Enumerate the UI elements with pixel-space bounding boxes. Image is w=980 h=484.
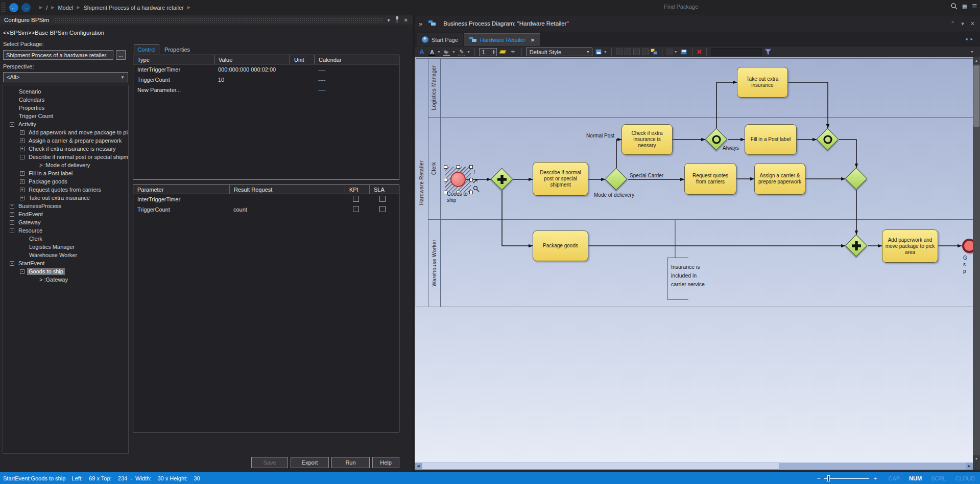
selection-handle[interactable] [444, 178, 447, 181]
close-icon[interactable]: ✕ [970, 20, 975, 27]
package-input[interactable] [3, 50, 113, 60]
tree-collapse-icon[interactable]: - [10, 228, 14, 233]
filter-funnel-icon[interactable] [764, 48, 772, 56]
tree-item[interactable]: Trigger Count [3, 112, 128, 120]
column-header[interactable]: Value [214, 55, 290, 64]
breadcrumb-root[interactable]: / [46, 5, 47, 11]
bpmn-task-takeout[interactable]: Take out extra insurance [737, 67, 788, 98]
checkbox[interactable] [379, 196, 386, 202]
tree-item[interactable]: -Describe if normal post or special ship… [3, 153, 128, 161]
tree-item[interactable]: Logistics Manager [3, 243, 128, 251]
selection-handle[interactable] [457, 165, 460, 169]
column-header[interactable]: KPI [345, 185, 369, 194]
close-tab-icon[interactable]: ✕ [531, 37, 535, 43]
browse-package-button[interactable]: ... [116, 50, 126, 60]
bpmn-task-assign[interactable]: Assign a carrier & prepare paperwork [754, 163, 805, 195]
tree-item[interactable]: -Activity [3, 120, 128, 128]
tab-scroll-arrows[interactable]: ◂▸ [965, 36, 976, 41]
chevron-down-icon[interactable]: ▼ [674, 50, 678, 54]
chevrons-right-icon[interactable]: » [419, 20, 422, 28]
bpmn-gateway-merge[interactable] [845, 168, 868, 190]
style-combo[interactable]: Default Style ▼ [526, 48, 592, 56]
chevron-down-icon[interactable]: ▼ [604, 50, 607, 54]
tree-expand-icon[interactable]: + [10, 212, 14, 217]
align-right-icon[interactable] [625, 49, 631, 55]
tree-item[interactable]: Scenario [3, 87, 128, 96]
quicklink-icon[interactable] [473, 177, 479, 185]
bpmn-gateway-mode[interactable] [605, 168, 628, 191]
tree-expand-icon[interactable]: + [20, 196, 25, 200]
back-button[interactable]: ← [9, 3, 18, 12]
bpmn-task-fill[interactable]: Fill in a Post label [745, 124, 797, 155]
horizontal-scroll-thumb[interactable] [422, 463, 779, 470]
window-layout-icon[interactable]: ▦ [962, 3, 967, 10]
tree-collapse-icon[interactable]: - [10, 122, 14, 127]
move-up-icon[interactable]: ↑ [473, 169, 476, 175]
tree-expand-icon[interactable]: + [20, 171, 25, 176]
tree-item[interactable]: Calendars [3, 96, 128, 104]
toggle-cloud[interactable]: CLOUD [955, 475, 975, 481]
search-icon[interactable] [950, 3, 958, 10]
line-color-icon[interactable]: ✎ [458, 48, 466, 56]
column-header[interactable]: Parameter [133, 185, 229, 194]
column-header[interactable]: SLA [369, 185, 398, 194]
horizontal-scrollbar[interactable]: ◀ ▶ [415, 463, 973, 470]
breadcrumb-item-model[interactable]: Model [58, 5, 73, 11]
chevron-down-icon[interactable]: ▼ [452, 50, 456, 54]
virtualize-connector-icon[interactable] [666, 49, 673, 55]
delete-icon[interactable]: ✕ [697, 48, 702, 56]
save-button[interactable]: Save [251, 457, 288, 468]
export-button[interactable]: Export [291, 457, 329, 468]
scroll-up-icon[interactable]: ▲ [973, 57, 980, 64]
tree-item[interactable]: +Gateway [3, 218, 128, 226]
toggle-num[interactable]: NUM [909, 475, 922, 481]
table-row[interactable]: TriggerCount10---- [133, 75, 399, 85]
bpmn-gateway-parallel-2[interactable] [845, 235, 868, 257]
forward-button[interactable]: → [21, 3, 31, 12]
tab-hardware-retailer[interactable]: Hardware Retailer ✕ [464, 33, 540, 46]
bpmn-task-request[interactable]: Request quotes from carriers [684, 163, 736, 195]
selection-handle[interactable] [469, 191, 473, 194]
breadcrumb-item-package[interactable]: Shipment Process of a hardware retailer [84, 5, 184, 11]
bpmn-gateway-inclusive-2[interactable] [817, 128, 839, 151]
bpmn-end-event[interactable] [962, 239, 973, 253]
tree-item[interactable]: -Resource [3, 226, 128, 235]
tree-item[interactable]: +Add paperwork and move package to pick [3, 128, 128, 136]
checkbox[interactable] [379, 206, 386, 212]
format-painter-icon[interactable] [499, 48, 507, 56]
zoom-out-icon[interactable]: − [817, 475, 820, 481]
column-header[interactable]: Unit [290, 55, 314, 64]
column-header[interactable]: Result Request [229, 185, 345, 194]
tree-item[interactable]: +Fill in a Post label [3, 169, 128, 177]
bpmn-task-describe[interactable]: Describe if normal post or special shipm… [533, 162, 588, 196]
bpmn-task-package[interactable]: Package goods [533, 231, 588, 261]
close-icon[interactable]: ✕ [404, 17, 408, 23]
tree-collapse-icon[interactable]: - [20, 269, 25, 274]
table-row[interactable]: TriggerCountcount [133, 204, 399, 215]
pen-icon[interactable]: ✒ [509, 48, 517, 56]
toggle-cap[interactable]: CAP [888, 475, 900, 481]
run-button[interactable]: Run [331, 457, 370, 468]
selection-handle[interactable] [444, 165, 447, 169]
tree-item[interactable]: -StartEvent [3, 259, 128, 267]
chevron-down-icon[interactable]: ▾ [961, 20, 964, 27]
bpmn-gateway-parallel-1[interactable] [491, 168, 513, 191]
window-menu-icon[interactable]: ▾ [388, 17, 390, 23]
tree-item[interactable]: Warehouse Worker [3, 251, 128, 259]
checkbox[interactable] [353, 196, 359, 202]
save-image-icon[interactable] [680, 48, 688, 56]
find-package-input[interactable]: Find Package [664, 4, 698, 10]
diagram-canvas[interactable]: Hardware RetailerLogistics ManagerClerkW… [415, 57, 973, 463]
magnifier-icon[interactable] [473, 186, 480, 193]
order-layers-icon[interactable] [651, 49, 658, 55]
vertical-scrollbar[interactable]: ▲ ▼ [973, 57, 980, 463]
tree-item[interactable]: +Check if extra insurance is nessary [3, 145, 128, 153]
column-header[interactable]: Calendar [314, 55, 398, 64]
perspective-select[interactable]: <All> ▼ [3, 72, 128, 82]
font-color-icon[interactable]: A [428, 48, 436, 56]
tab-start-page[interactable]: Start Page [417, 33, 463, 46]
scroll-left-icon[interactable]: ◀ [415, 463, 422, 470]
zoom-in-icon[interactable]: + [873, 475, 876, 481]
tree-item[interactable]: > :Gateway [3, 275, 128, 284]
tree-expand-icon[interactable]: + [20, 139, 25, 143]
